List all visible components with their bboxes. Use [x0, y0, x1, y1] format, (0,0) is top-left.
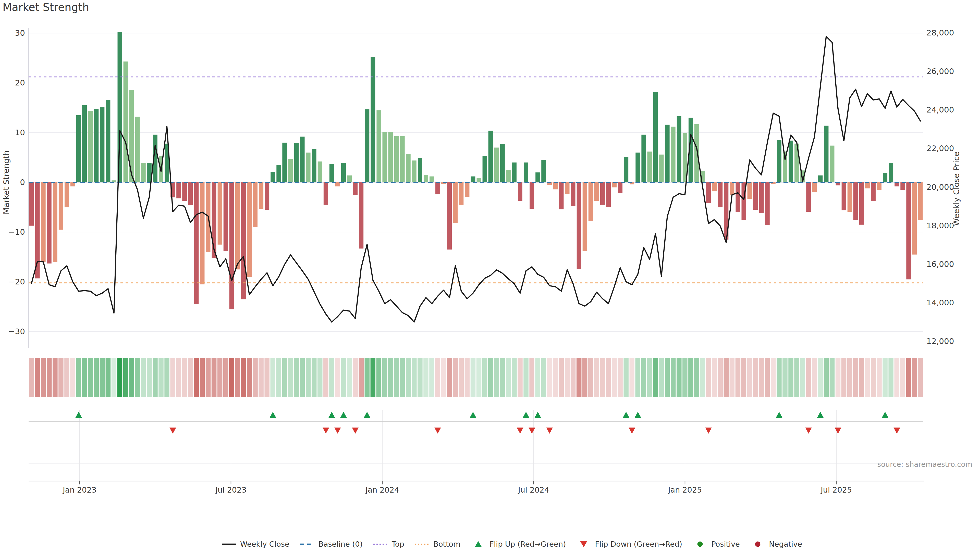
- heat-cell: [741, 358, 746, 397]
- strength-bar: [430, 176, 434, 183]
- flip-down-icon: [576, 540, 591, 548]
- heat-cell: [694, 358, 699, 397]
- heat-cell: [88, 358, 93, 397]
- strength-bar: [842, 183, 846, 210]
- heat-cell: [153, 358, 158, 397]
- strength-bar: [253, 183, 258, 227]
- heat-cell: [788, 358, 794, 397]
- heat-cell: [871, 358, 876, 397]
- heat-cell: [647, 358, 652, 397]
- x-tick-label: Jan 2024: [354, 486, 410, 494]
- heat-cell: [529, 358, 535, 397]
- heat-cell: [294, 358, 299, 397]
- strength-bar: [376, 110, 381, 183]
- strength-bar: [382, 132, 387, 183]
- chart-canvas: Market Strength Market Strength Weekly C…: [0, 0, 980, 551]
- heat-cell: [235, 358, 240, 397]
- strength-bar: [424, 175, 428, 183]
- strength-bar: [412, 160, 417, 183]
- positive-dot-icon: [692, 540, 708, 548]
- strength-bar: [277, 165, 281, 183]
- flip-down-marker: [528, 427, 535, 433]
- strength-bar: [706, 183, 711, 203]
- heat-cell: [264, 358, 269, 397]
- strength-bar: [265, 183, 269, 210]
- heat-cell: [182, 358, 187, 397]
- heat-cell: [359, 358, 364, 397]
- strength-bar: [889, 163, 893, 183]
- strength-bar: [859, 183, 864, 225]
- strength-bar: [559, 183, 563, 209]
- heat-cell: [459, 358, 464, 397]
- heat-cell: [753, 358, 758, 397]
- heat-cell: [747, 358, 752, 397]
- strength-bar: [259, 183, 263, 209]
- heat-cell: [82, 358, 87, 397]
- heat-cell: [800, 358, 805, 397]
- strength-bar: [830, 146, 834, 183]
- strength-bar: [65, 183, 69, 207]
- strength-bar: [453, 183, 458, 223]
- legend-item: Weekly Close: [221, 540, 290, 548]
- legend-label: Top: [392, 540, 404, 548]
- heat-cell: [842, 358, 846, 397]
- strength-bar: [388, 132, 393, 183]
- legend-item: Flip Up (Red→Green): [471, 540, 566, 548]
- flip-down-marker: [434, 427, 441, 433]
- strength-bar: [200, 183, 204, 284]
- strength-bar: [41, 183, 46, 262]
- strength-bar: [818, 176, 822, 183]
- strength-bar: [371, 57, 375, 183]
- flip-down-marker: [805, 427, 812, 433]
- strength-bar: [177, 183, 181, 198]
- heat-cell: [353, 358, 358, 397]
- strength-bar: [624, 157, 628, 183]
- strength-bar: [47, 183, 52, 264]
- strength-bar: [694, 124, 699, 183]
- strength-bar: [465, 183, 469, 197]
- strength-bar: [518, 183, 522, 201]
- heat-cell: [111, 358, 117, 397]
- strength-bar: [730, 183, 734, 195]
- heat-cell: [688, 358, 694, 397]
- heat-cell: [594, 358, 599, 397]
- strength-bar: [288, 159, 293, 183]
- heat-cell: [517, 358, 523, 397]
- heat-cell: [347, 358, 352, 397]
- strength-bar: [918, 183, 923, 220]
- strength-bar: [312, 149, 317, 183]
- heat-cell: [447, 358, 452, 397]
- heat-cell: [865, 358, 870, 397]
- plot-svg: [0, 0, 980, 551]
- strength-bar: [359, 183, 363, 248]
- strength-bar: [341, 163, 346, 183]
- heat-cell: [617, 358, 623, 397]
- strength-bar: [718, 183, 722, 207]
- heat-cell: [159, 358, 164, 397]
- strength-bar: [647, 151, 652, 183]
- heat-cell: [170, 358, 175, 397]
- flip-markers: [75, 412, 900, 433]
- strength-bar: [777, 140, 781, 183]
- heat-cell: [765, 358, 770, 397]
- heat-cell: [47, 358, 52, 397]
- main-gridlines: [29, 28, 923, 348]
- legend-label: Flip Up (Red→Green): [490, 540, 566, 548]
- flip-down-marker: [894, 427, 900, 433]
- strength-bar: [477, 178, 481, 183]
- heat-cell: [553, 358, 558, 397]
- right-tick-label: 20,000: [926, 183, 954, 191]
- flip-up-marker: [535, 412, 541, 418]
- left-tick-label: 30: [0, 29, 25, 37]
- strength-bar: [218, 183, 222, 245]
- strength-bar: [494, 148, 499, 183]
- heat-cell: [376, 358, 382, 397]
- strength-bar: [365, 109, 369, 183]
- heat-cell: [894, 358, 899, 397]
- heat-cell: [277, 358, 282, 397]
- heat-cell: [547, 358, 552, 397]
- heat-cell: [653, 358, 658, 397]
- heat-cell: [853, 358, 858, 397]
- right-tick-label: 14,000: [926, 299, 954, 306]
- heat-cell: [135, 358, 140, 397]
